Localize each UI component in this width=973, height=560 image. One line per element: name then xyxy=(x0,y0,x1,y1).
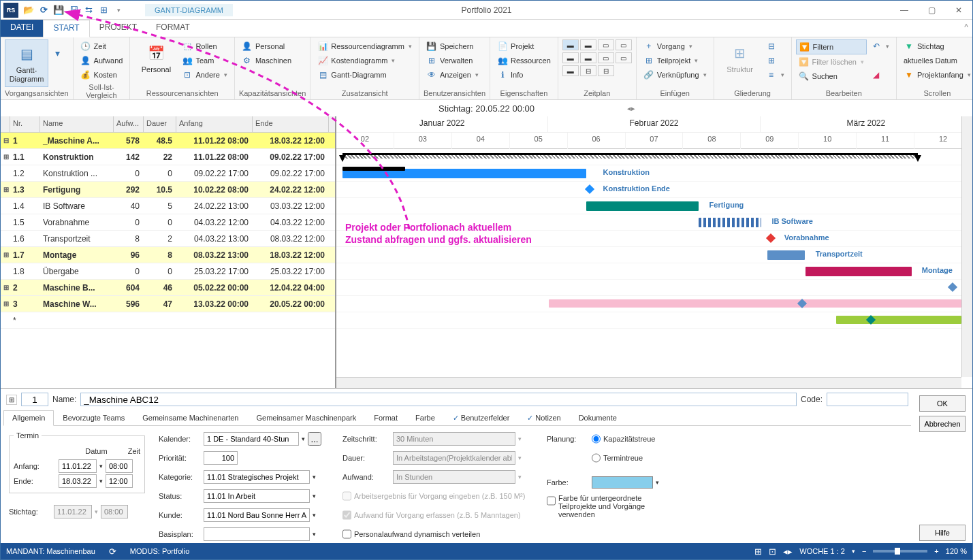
prioritaet-field[interactable] xyxy=(204,451,238,465)
gantt-row[interactable] xyxy=(336,312,972,329)
tab-datei[interactable]: DATEI xyxy=(1,20,43,37)
projektanfang-button[interactable]: ▼Projektanfang▾ xyxy=(901,68,973,82)
gantt-row[interactable]: Vorabnahme xyxy=(336,231,972,247)
table-row[interactable]: ⊞2Maschine B...6044605.02.22 00:0012.04.… xyxy=(1,280,335,296)
table-row[interactable]: 1.4IB Software40524.02.22 13:0003.03.22 … xyxy=(1,198,335,214)
filtern-button[interactable]: 🔽Filtern xyxy=(796,39,867,54)
gantt-row[interactable]: IB Software xyxy=(336,214,972,231)
kategorie-field[interactable] xyxy=(204,470,310,484)
gantt-row[interactable]: Montage xyxy=(336,263,972,280)
team-button[interactable]: 👥Team xyxy=(179,54,229,67)
detail-tab[interactable]: Bevorzugte Teams xyxy=(54,410,133,426)
qat-dropdown-icon[interactable]: ▾ xyxy=(112,4,125,16)
detail-tab[interactable]: ✓Notizen xyxy=(518,410,569,426)
maximize-button[interactable]: ▢ xyxy=(918,1,945,20)
kosten-button[interactable]: 💰Kosten xyxy=(78,68,126,82)
g-btn-3[interactable]: ≡▾ xyxy=(763,68,787,82)
table-row[interactable]: 1.2Konstruktion ...0009.02.22 17:0009.02… xyxy=(1,165,335,182)
cancel-button[interactable]: Abbrechen xyxy=(919,416,966,432)
id-field[interactable] xyxy=(21,393,48,406)
chk-farbe-sub[interactable] xyxy=(547,494,556,508)
detail-tab[interactable]: Format xyxy=(365,410,406,426)
detail-tab[interactable]: Gemeinsame Machinenarten xyxy=(133,410,247,426)
gantt-row[interactable] xyxy=(336,280,972,296)
ok-button[interactable]: OK xyxy=(919,395,966,412)
ende-zeit[interactable] xyxy=(106,474,133,488)
gantt-row[interactable]: Konstruktion xyxy=(336,165,972,182)
context-tab[interactable]: GANTT-DIAGRAMM xyxy=(145,4,233,16)
rollen-button[interactable]: ⬚Rollen xyxy=(179,39,229,53)
table-row[interactable]: ⊟1_Maschine A...57848.511.01.22 08:0018.… xyxy=(1,133,335,149)
col-ende[interactable]: Ende xyxy=(253,116,329,132)
info-button[interactable]: ℹInfo xyxy=(494,68,554,82)
anzeigen-button[interactable]: 👁Anzeigen▾ xyxy=(424,68,481,82)
gantt-row[interactable]: Konstruktion Ende xyxy=(336,182,972,198)
col-aufw[interactable]: Aufw... xyxy=(114,116,144,132)
grid-icon[interactable]: ⊞ xyxy=(97,4,110,16)
detail-tab[interactable]: Dokumente xyxy=(570,410,626,426)
ende-datum[interactable] xyxy=(59,474,97,488)
aktuelles-datum-button[interactable]: aktuelles Datum xyxy=(901,54,973,67)
eraser-button[interactable]: ◢ xyxy=(868,68,892,82)
kalender-more[interactable]: ... xyxy=(308,432,321,446)
status-icon3[interactable]: ◂▸ xyxy=(783,546,793,557)
speichern-button[interactable]: 💾Speichern xyxy=(424,39,481,53)
nav-first-icon[interactable]: ⊞ xyxy=(6,395,17,405)
gantt-row[interactable] xyxy=(336,149,972,165)
gantt-body[interactable]: KonstruktionKonstruktion EndeFertigungIB… xyxy=(336,149,972,329)
col-anfang[interactable]: Anfang xyxy=(176,116,253,132)
detail-tab[interactable]: Allgemein xyxy=(3,410,54,426)
zeit-button[interactable]: 🕒Zeit xyxy=(78,39,126,53)
status-icon2[interactable]: ⊡ xyxy=(769,546,776,557)
link-row-3[interactable]: ▬⊟⊟ xyxy=(562,65,632,76)
basisplan-field[interactable] xyxy=(204,527,310,541)
status-icon1[interactable]: ⊞ xyxy=(754,546,762,557)
g-btn-1[interactable]: ⊟ xyxy=(763,39,787,53)
table-row[interactable]: 1.8Übergabe0025.03.22 17:0025.03.22 17:0… xyxy=(1,263,335,280)
suchen-button[interactable]: 🔍Suchen xyxy=(796,69,867,83)
code-field[interactable] xyxy=(827,393,908,406)
undo-button[interactable]: ↶▾ xyxy=(868,39,892,53)
detail-tab[interactable]: Gemeinsamer Maschinenpark xyxy=(247,410,365,426)
col-nr[interactable]: Nr. xyxy=(10,116,40,132)
ribbon-collapse-icon[interactable]: ^ xyxy=(964,22,968,32)
col-dauer[interactable]: Dauer xyxy=(144,116,176,132)
status-field[interactable] xyxy=(204,489,310,503)
table-row[interactable]: * xyxy=(1,312,335,329)
table-row[interactable]: 1.5Vorabnahme0004.03.22 12:0004.03.22 12… xyxy=(1,214,335,231)
radio-termin[interactable] xyxy=(592,451,601,465)
link-row-2[interactable]: ▬▬▭▭ xyxy=(562,52,632,63)
kalender-field[interactable] xyxy=(204,432,299,446)
detail-tab[interactable]: ✓Benutzerfelder xyxy=(444,410,519,426)
ressourcendiagramm-button[interactable]: 📊Ressourcendiagramm▾ xyxy=(315,39,415,53)
detail-tab[interactable]: Farbe xyxy=(406,410,444,426)
zusatz-gantt-button[interactable]: ▤Gantt-Diagramm xyxy=(315,68,415,82)
stichtag-scroll-button[interactable]: ▼Stichtag xyxy=(901,39,973,53)
verknuepfung-button[interactable]: 🔗Verknüpfung▾ xyxy=(641,68,709,82)
kapazitaet-personal-button[interactable]: 👤Personal xyxy=(239,39,294,53)
close-button[interactable]: ✕ xyxy=(945,1,972,20)
refresh-icon[interactable]: ⟳ xyxy=(37,4,50,16)
radio-kapazitaet[interactable] xyxy=(592,432,601,446)
gantt-diagramm-button[interactable]: ▤ Gantt-Diagramm xyxy=(5,39,48,87)
link-row-1[interactable]: ▬▬▭▭ xyxy=(562,39,632,50)
vertical-scrollbar[interactable] xyxy=(961,116,972,377)
gantt-row[interactable]: Transportzeit xyxy=(336,247,972,263)
col-name[interactable]: Name xyxy=(40,116,114,132)
aufwand-button[interactable]: 👤Aufwand xyxy=(78,54,126,67)
sync-icon[interactable]: ⟳ xyxy=(109,546,116,557)
chk-dynamisch[interactable] xyxy=(342,527,351,541)
minimize-button[interactable]: — xyxy=(891,1,918,20)
quicklink-icon[interactable]: ⇆ xyxy=(82,4,95,16)
folder-open-icon[interactable]: 📂 xyxy=(22,4,35,16)
vorgang-more-button[interactable]: ▾ xyxy=(50,39,65,87)
help-button[interactable]: Hilfe xyxy=(919,525,966,541)
table-row[interactable]: ⊞1.3Fertigung29210.510.02.22 08:0024.02.… xyxy=(1,182,335,198)
zoom-slider[interactable] xyxy=(873,550,927,553)
projekt-prop-button[interactable]: 📄Projekt xyxy=(494,39,554,53)
gantt-row[interactable] xyxy=(336,296,972,312)
g-btn-2[interactable]: ⊞ xyxy=(763,54,787,67)
name-field[interactable] xyxy=(80,393,797,406)
maschinen-button[interactable]: ⚙Maschinen xyxy=(239,54,294,67)
gantt-row[interactable]: Fertigung xyxy=(336,198,972,214)
